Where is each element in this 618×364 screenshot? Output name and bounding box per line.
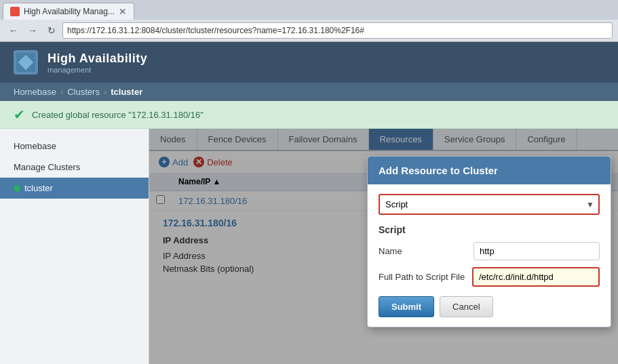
modal-overlay: Add Resource to Cluster Script IP Addres…: [149, 129, 618, 364]
browser-chrome: High Availability Manag... ✕ ← → ↻: [0, 0, 618, 42]
app-title: High Availability: [47, 52, 147, 66]
nav-bar: ← → ↻: [0, 20, 618, 41]
sidebar-item-tcluster[interactable]: tcluster: [0, 178, 149, 199]
success-message: Created global resource "172.16.31.180/1…: [32, 110, 204, 120]
modal-actions: Submit Cancel: [379, 296, 600, 317]
main-layout: Homebase Manage Clusters tcluster Nodes …: [0, 129, 618, 364]
content-area: Nodes Fence Devices Failover Domains Res…: [149, 129, 618, 364]
tab-bar: High Availability Manag... ✕: [0, 0, 618, 20]
resource-type-select-wrap: Script IP Address NFS Mount NFS Client F…: [379, 194, 600, 215]
app-logo: [14, 50, 38, 75]
app-subtitle: management: [47, 66, 147, 74]
breadcrumb-sep-2: ›: [104, 87, 107, 97]
cluster-name: tcluster: [24, 183, 53, 193]
breadcrumb-homebase[interactable]: Homebase: [14, 87, 56, 97]
name-input[interactable]: [474, 242, 600, 260]
modal-label-path: Full Path to Script File: [379, 272, 472, 282]
add-resource-modal: Add Resource to Cluster Script IP Addres…: [367, 156, 611, 327]
success-bar: ✔ Created global resource "172.16.31.180…: [0, 101, 618, 129]
modal-section-title: Script: [379, 224, 600, 235]
modal-title: Add Resource to Cluster: [368, 157, 611, 184]
cancel-button[interactable]: Cancel: [440, 296, 493, 317]
submit-button[interactable]: Submit: [379, 296, 434, 317]
app-title-wrap: High Availability management: [47, 52, 147, 74]
reload-button[interactable]: ↻: [43, 22, 60, 39]
path-input[interactable]: [472, 267, 600, 287]
back-button[interactable]: ←: [5, 22, 22, 39]
breadcrumb-current: tcluster: [111, 87, 142, 97]
logo-diamond-icon: [18, 55, 34, 70]
app-header: High Availability management: [0, 42, 618, 83]
address-bar[interactable]: [62, 22, 613, 39]
browser-tab[interactable]: High Availability Manag... ✕: [3, 3, 134, 20]
tab-close-icon[interactable]: ✕: [119, 6, 127, 17]
modal-field-path: Full Path to Script File: [379, 267, 600, 287]
sidebar-item-homebase[interactable]: Homebase: [0, 136, 149, 157]
sidebar-item-manage-clusters[interactable]: Manage Clusters: [0, 157, 149, 178]
modal-field-name: Name: [379, 242, 600, 260]
sidebar: Homebase Manage Clusters tcluster: [0, 129, 149, 364]
cluster-status-dot: [14, 185, 20, 192]
forward-button[interactable]: →: [24, 22, 41, 39]
success-check-icon: ✔: [14, 106, 25, 123]
modal-body: Script IP Address NFS Mount NFS Client F…: [368, 184, 611, 327]
resource-type-select[interactable]: Script IP Address NFS Mount NFS Client F…: [379, 194, 600, 215]
breadcrumb-sep-1: ›: [60, 87, 63, 97]
breadcrumb: Homebase › Clusters › tcluster: [0, 83, 618, 101]
breadcrumb-clusters[interactable]: Clusters: [67, 87, 100, 97]
favicon-icon: [10, 7, 20, 16]
logo-inner: [16, 53, 35, 72]
tab-title: High Availability Manag...: [24, 7, 115, 16]
modal-label-name: Name: [379, 246, 474, 256]
